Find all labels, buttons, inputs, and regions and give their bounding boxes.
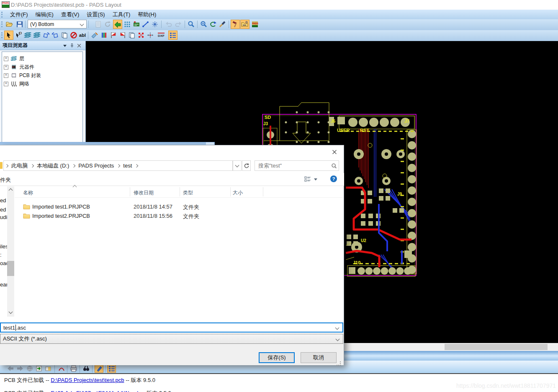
new-folder-button-partial[interactable]: 件夹 bbox=[0, 176, 11, 184]
library-books-button[interactable] bbox=[100, 31, 109, 40]
find-button[interactable] bbox=[82, 364, 90, 373]
rotate-a-button[interactable] bbox=[41, 31, 51, 40]
tree-item-layers[interactable]: + 层 bbox=[4, 54, 24, 63]
paste-button[interactable] bbox=[127, 31, 136, 40]
save-file-button[interactable] bbox=[15, 20, 24, 29]
select-mode-button[interactable] bbox=[4, 31, 13, 40]
arc-tool-button[interactable] bbox=[57, 364, 66, 373]
report-grid-button[interactable] bbox=[107, 364, 116, 373]
breadcrumb-drive-d[interactable]: 本地磁盘 (D:) bbox=[35, 162, 71, 170]
routing-grid-button[interactable] bbox=[123, 20, 132, 29]
expand-icon[interactable]: + bbox=[4, 65, 8, 70]
nav-item-partial[interactable]: : bbox=[0, 252, 2, 258]
properties-button[interactable] bbox=[94, 20, 103, 29]
resize-grip[interactable] bbox=[337, 361, 341, 366]
layers-b-button[interactable] bbox=[32, 31, 41, 40]
web-button[interactable] bbox=[25, 364, 34, 373]
menu-file[interactable]: 文件(F) bbox=[6, 10, 32, 19]
breadcrumb-this-pc[interactable]: 此电脑 bbox=[10, 162, 29, 170]
zoom-window-button[interactable] bbox=[199, 20, 208, 29]
print-button[interactable] bbox=[69, 364, 78, 373]
dialog-close-button[interactable] bbox=[329, 147, 340, 157]
search-input[interactable] bbox=[255, 160, 339, 171]
refresh-button[interactable] bbox=[242, 160, 251, 171]
menu-view[interactable]: 查看(V) bbox=[57, 10, 83, 19]
help-icon[interactable] bbox=[330, 175, 337, 183]
list-view-button[interactable] bbox=[168, 31, 177, 40]
back-button[interactable] bbox=[6, 364, 15, 373]
breadcrumb-test[interactable]: test bbox=[121, 162, 134, 169]
column-modified[interactable]: 修改日期 bbox=[134, 189, 154, 196]
breadcrumb-pads-projects[interactable]: PADS Projects bbox=[77, 162, 116, 169]
tree-item-pcb-decals[interactable]: + PCB 封装 bbox=[4, 71, 41, 80]
import-button[interactable] bbox=[34, 364, 43, 373]
flag-b-button[interactable] bbox=[118, 31, 127, 40]
undo-button[interactable] bbox=[164, 20, 173, 29]
pad-stacks-button[interactable] bbox=[136, 31, 146, 40]
dimension-line-button[interactable] bbox=[141, 20, 150, 29]
nav-item-partial[interactable]: udi bbox=[0, 214, 7, 220]
nav-item-partial[interactable]: ear bbox=[0, 281, 8, 288]
expand-icon[interactable]: + bbox=[4, 73, 8, 78]
board-view-button[interactable] bbox=[113, 20, 122, 29]
file-name[interactable]: Imported test2.PRJPCB bbox=[32, 213, 90, 219]
column-name[interactable]: 名称 bbox=[23, 189, 33, 196]
forward-button[interactable] bbox=[15, 364, 24, 373]
filetype-combobox[interactable]: ASCII 文件 (*.asc) bbox=[0, 334, 343, 344]
dxf-import-button[interactable]: DXF bbox=[155, 31, 167, 40]
select-flag-button[interactable] bbox=[14, 31, 23, 40]
tree-item-nets[interactable]: + 网络 bbox=[4, 80, 29, 88]
layer-select-combobox[interactable]: (V) Bottom bbox=[28, 20, 87, 28]
scrollbar-thumb[interactable] bbox=[7, 261, 14, 276]
breadcrumb[interactable]: 此电脑 本地磁盘 (D:) PADS Projects test bbox=[3, 160, 233, 171]
refresh-button[interactable] bbox=[103, 20, 112, 29]
menu-edit[interactable]: 编辑(E) bbox=[32, 10, 57, 19]
fanout-button[interactable] bbox=[150, 20, 159, 29]
redraw-button[interactable] bbox=[208, 20, 218, 29]
scrollbar-thumb[interactable] bbox=[445, 344, 548, 350]
nav-scrollbar[interactable] bbox=[7, 186, 14, 317]
library-button[interactable] bbox=[240, 20, 249, 29]
view-options-dropdown[interactable] bbox=[314, 178, 317, 181]
copy-button[interactable] bbox=[60, 31, 69, 40]
column-size[interactable]: 大小 bbox=[233, 189, 243, 196]
expand-icon[interactable]: + bbox=[4, 82, 8, 86]
view-list-icon[interactable] bbox=[304, 175, 311, 183]
cleanup-brush-button[interactable] bbox=[218, 20, 227, 29]
pin-icon[interactable] bbox=[69, 43, 75, 49]
expand-icon[interactable]: + bbox=[4, 57, 8, 61]
menu-setup[interactable]: 设置(S) bbox=[83, 10, 108, 19]
flag-a-button[interactable] bbox=[109, 31, 118, 40]
prohibit-button[interactable] bbox=[69, 31, 78, 40]
paint-layer-button[interactable] bbox=[90, 31, 99, 40]
standard-toolbar: (V) Bottom bbox=[0, 19, 558, 31]
tools-hammer-button[interactable] bbox=[231, 20, 240, 29]
redo-button[interactable] bbox=[174, 20, 183, 29]
table-row[interactable]: Imported test2.PRJPCB 2018/11/8 15:56 文件… bbox=[15, 211, 343, 221]
layers-a-button[interactable] bbox=[23, 31, 32, 40]
filename-input[interactable]: test1.asc bbox=[0, 322, 343, 333]
menu-help[interactable]: 帮助(H) bbox=[134, 10, 160, 19]
tree-item-components[interactable]: + 元器件 bbox=[4, 63, 34, 71]
zoom-button[interactable] bbox=[187, 20, 196, 29]
close-panel-button[interactable] bbox=[76, 43, 82, 49]
panel-menu-button[interactable] bbox=[62, 43, 68, 49]
dimension-button[interactable] bbox=[146, 31, 155, 40]
loaded-pcb-link[interactable]: D:\PADS Projects\test\test.pcb bbox=[51, 377, 124, 383]
breadcrumb-dropdown-button[interactable] bbox=[233, 160, 242, 171]
pads-router-button[interactable] bbox=[250, 20, 260, 29]
open-file-button[interactable] bbox=[5, 20, 14, 29]
save-button[interactable]: 保存(S) bbox=[259, 352, 295, 363]
menu-tools[interactable]: 工具(T) bbox=[109, 10, 134, 19]
file-name[interactable]: Imported test1.PRJPCB bbox=[32, 204, 90, 210]
rotate-b-button[interactable] bbox=[51, 31, 60, 40]
folder-view-button[interactable] bbox=[44, 364, 52, 373]
annotate-pen-button[interactable] bbox=[95, 364, 103, 373]
chevron-down-icon[interactable] bbox=[335, 326, 339, 330]
cancel-button[interactable]: 取消 bbox=[301, 352, 337, 363]
table-row[interactable]: Imported test1.PRJPCB 2018/11/8 14:57 文件… bbox=[15, 202, 343, 211]
design-toolbar-button[interactable] bbox=[132, 20, 141, 29]
column-type[interactable]: 类型 bbox=[183, 189, 193, 196]
text-tool-button[interactable]: abl bbox=[78, 31, 87, 40]
loaded-pcb-link-2[interactable]: E:\09 July FY\07 ...\E244A-A4(1).pcb bbox=[51, 390, 140, 392]
